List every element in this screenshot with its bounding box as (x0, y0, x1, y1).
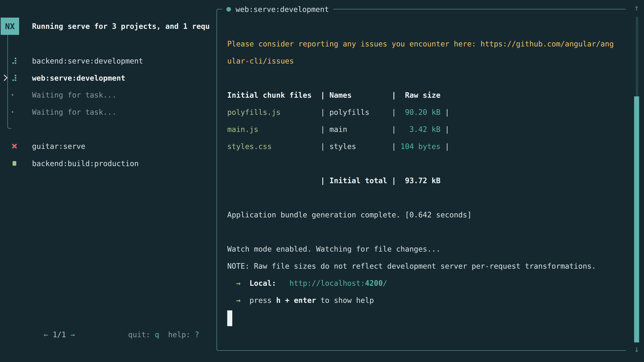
task-label: web:serve:development (32, 74, 125, 82)
terminal-line: Watch mode enabled. Watching for file ch… (227, 241, 614, 258)
task-sidebar: NX Running serve for 3 projects, and 1 r… (0, 0, 216, 362)
task-label: backend:serve:development (32, 57, 143, 65)
page-indicator: 1/1 (48, 330, 70, 339)
terminal-line: Please consider reporting any issues you… (227, 35, 614, 52)
chunk-table-row: main.js | main | 3.42 kB | (227, 121, 614, 138)
arrow-icon: → (236, 279, 241, 287)
cursor-line (227, 309, 614, 326)
panel-title: web:serve:development (222, 3, 333, 15)
keyboard-shortcuts: quit: q help: ? (92, 322, 199, 348)
scroll-down-arrow-icon[interactable]: ↓ (632, 345, 642, 353)
task-row-guitar-serve[interactable]: guitar:serve (0, 138, 216, 155)
panel-title-text: web:serve:development (236, 5, 329, 13)
arrow-icon: → (236, 296, 241, 305)
chunk-table-row: polyfills.js | polyfills | 90.20 kB | (227, 104, 614, 121)
success-square-icon (10, 161, 20, 166)
task-label: Waiting for task... (32, 108, 116, 116)
terminal-line: NOTE: Raw file sizes do not reflect deve… (227, 258, 614, 275)
failed-x-icon (10, 143, 20, 149)
gap (159, 330, 168, 339)
sidebar-bottom-bar: ← 1/1 → quit: q help: ? (0, 326, 216, 343)
scroll-up-arrow-icon[interactable]: ↑ (632, 4, 642, 12)
task-row-waiting-2[interactable]: Waiting for task... (0, 103, 216, 120)
chunk-table-header: Initial chunk files | Names | Raw size (227, 87, 614, 104)
running-dot-icon (226, 7, 231, 11)
scrollbar-thumb[interactable] (634, 96, 639, 343)
terminal-line: Application bundle generation complete. … (227, 206, 614, 223)
chunk-table-row: styles.css | styles | 104 bytes | (227, 138, 614, 155)
pagination: ← 1/1 → (8, 322, 75, 348)
localhost-link[interactable]: http://localhost:4200/ (290, 279, 387, 287)
sidebar-title: Running serve for 3 projects, and 1 requ (32, 17, 216, 35)
spinner-icon (10, 58, 20, 64)
pending-dot-icon (10, 94, 20, 96)
help-hint-line: → press h + enter to show help (227, 292, 614, 309)
quit-label: quit: (128, 330, 155, 339)
terminal-line-blank (227, 189, 614, 206)
terminal-line-blank (227, 155, 614, 172)
local-label: Local: (250, 279, 276, 287)
task-row-web-serve[interactable]: web:serve:development (0, 69, 216, 86)
selected-caret-icon (1, 74, 8, 81)
page-next-arrow-icon[interactable]: → (70, 330, 75, 339)
local-url-line: → Local: http://localhost:4200/ (227, 275, 614, 292)
task-row-waiting-1[interactable]: Waiting for task... (0, 86, 216, 103)
help-key[interactable]: ? (195, 330, 200, 339)
terminal-cursor (227, 310, 232, 326)
terminal-output: Please consider reporting any issues you… (227, 35, 614, 326)
page-prev-arrow-icon[interactable]: ← (44, 330, 48, 339)
task-output-panel: web:serve:development Please consider re… (216, 9, 626, 351)
spinner-icon (10, 75, 20, 81)
help-keys: h + enter (276, 296, 316, 305)
nx-terminal-ui: NX Running serve for 3 projects, and 1 r… (0, 0, 644, 362)
task-label: guitar:serve (32, 142, 85, 150)
task-label: backend:build:production (32, 159, 139, 168)
pending-dot-icon (10, 111, 20, 113)
chunk-table-total: | Initial total | 93.72 kB (227, 172, 614, 189)
terminal-line-blank (227, 223, 614, 241)
terminal-line: ular-cli/issues (227, 52, 614, 69)
task-row-backend-build[interactable]: backend:build:production (0, 155, 216, 172)
help-label: help: (168, 330, 195, 339)
task-row-backend-serve[interactable]: backend:serve:development (0, 52, 216, 69)
terminal-line-blank (227, 69, 614, 87)
nx-logo: NX (1, 17, 19, 35)
quit-key[interactable]: q (155, 330, 159, 339)
task-label: Waiting for task... (32, 91, 116, 99)
